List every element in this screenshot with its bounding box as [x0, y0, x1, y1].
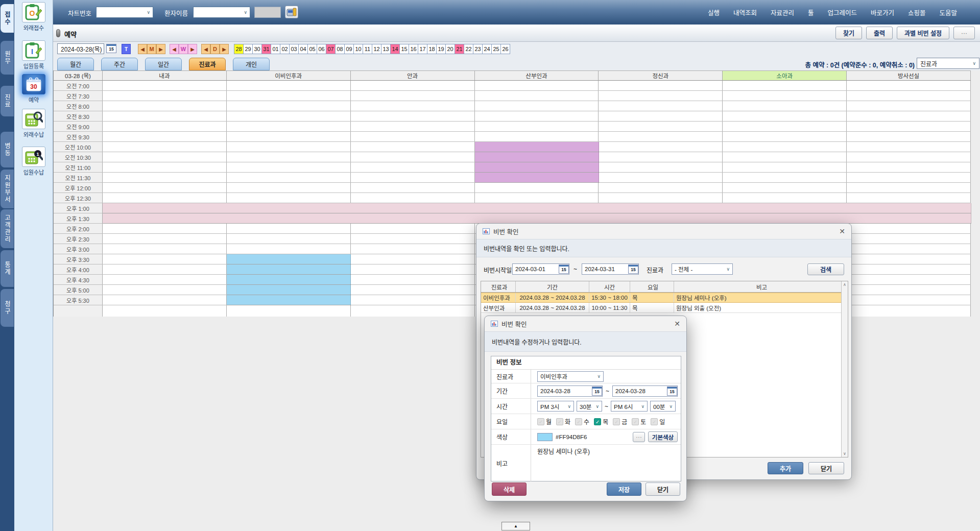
schedule-cell[interactable] — [723, 162, 847, 172]
schedule-cell[interactable] — [227, 305, 351, 317]
close-button[interactable]: 닫기 — [808, 462, 844, 474]
schedule-cell[interactable] — [723, 142, 847, 152]
schedule-cell[interactable] — [103, 132, 227, 141]
schedule-cell[interactable] — [103, 285, 227, 295]
date-cell[interactable]: 22 — [464, 44, 473, 54]
schedule-cell[interactable] — [351, 183, 475, 192]
date-cell[interactable]: 03 — [289, 44, 299, 54]
next-week-button[interactable]: ▶ — [188, 44, 197, 54]
weekday-checkbox[interactable]: ✓ — [537, 418, 544, 425]
schedule-cell[interactable] — [351, 142, 475, 152]
menu-item[interactable]: 업그레이드 — [827, 8, 857, 17]
calendar-picker-button[interactable]: 15 — [592, 387, 602, 396]
menu-item[interactable]: 쇼핑몰 — [908, 8, 926, 17]
date-cell[interactable]: 30 — [252, 44, 262, 54]
schedule-cell[interactable] — [847, 111, 971, 121]
weekday-checkbox[interactable]: ✓ — [575, 418, 582, 425]
time-to-minute-select[interactable]: 00분∨ — [650, 401, 676, 412]
date-cell[interactable]: 25 — [491, 44, 501, 54]
schedule-cell[interactable] — [227, 193, 351, 203]
table-column-header[interactable]: 진료과 — [481, 281, 516, 292]
schedule-cell[interactable] — [475, 111, 599, 121]
calendar-picker-button[interactable]: 15 — [106, 44, 116, 53]
table-column-header[interactable]: 시간 — [589, 281, 630, 292]
more-button[interactable]: ··· — [953, 27, 975, 39]
sidebar-tab-statistics[interactable]: 통계 — [1, 250, 14, 287]
search-button[interactable]: 검색 — [807, 263, 844, 275]
dept-off-duty-settings-button[interactable]: 과별 비번 설정 — [897, 27, 949, 39]
search-to-date-input[interactable]: 2024-03-31 15 — [582, 263, 639, 275]
schedule-cell[interactable] — [103, 111, 227, 121]
schedule-cell[interactable] — [599, 173, 723, 182]
next-day-button[interactable]: ▶ — [220, 44, 229, 54]
schedule-cell[interactable] — [227, 81, 351, 90]
menu-item[interactable]: 툴 — [808, 8, 814, 17]
schedule-cell[interactable] — [351, 285, 475, 295]
schedule-cell[interactable] — [475, 193, 599, 203]
date-cell[interactable]: 18 — [427, 44, 437, 54]
schedule-cell[interactable] — [227, 122, 351, 131]
schedule-cell[interactable] — [723, 173, 847, 182]
schedule-cell[interactable] — [103, 183, 227, 192]
date-cell[interactable]: 04 — [298, 44, 308, 54]
view-tab[interactable]: 주간 — [101, 58, 138, 70]
next-month-button[interactable]: ▶ — [156, 44, 165, 54]
date-cell[interactable]: 20 — [445, 44, 455, 54]
date-cell[interactable]: 08 — [335, 44, 345, 54]
date-cell[interactable]: 28 — [234, 44, 244, 54]
date-cell[interactable]: 11 — [363, 44, 372, 54]
sidebar-tab-reception[interactable]: 접수 — [1, 4, 14, 33]
department-select[interactable]: 이비인후과 ∨ — [537, 371, 604, 382]
schedule-cell[interactable] — [847, 183, 971, 192]
sidebar-item-inpatient-payment[interactable]: 1 입원수납 — [15, 147, 52, 176]
sidebar-item-outpatient-payment[interactable]: 외래수납 — [15, 109, 52, 138]
schedule-cell[interactable] — [227, 162, 351, 172]
menu-item[interactable]: 바로가기 — [871, 8, 894, 17]
schedule-cell[interactable] — [599, 101, 723, 111]
search-from-date-input[interactable]: 2024-03-01 15 — [512, 263, 569, 275]
schedule-cell[interactable] — [351, 122, 475, 131]
schedule-cell[interactable] — [723, 122, 847, 131]
schedule-cell[interactable] — [723, 152, 847, 162]
schedule-cell[interactable] — [847, 275, 971, 284]
schedule-cell[interactable] — [723, 132, 847, 141]
view-tab[interactable]: 개인 — [233, 58, 270, 70]
schedule-cell[interactable] — [351, 152, 475, 162]
date-cell[interactable]: 14 — [390, 44, 400, 54]
view-tab[interactable]: 일간 — [145, 58, 182, 70]
schedule-cell[interactable] — [599, 152, 723, 162]
schedule-cell[interactable] — [723, 81, 847, 90]
schedule-cell[interactable] — [351, 173, 475, 182]
expand-panel-button[interactable]: ▲ — [501, 522, 530, 530]
time-to-hour-select[interactable]: PM 6시∨ — [611, 401, 648, 412]
schedule-cell[interactable] — [227, 244, 351, 254]
schedule-cell[interactable] — [227, 183, 351, 192]
schedule-cell[interactable] — [847, 254, 971, 264]
find-button[interactable]: 찾기 — [835, 27, 862, 39]
date-cell[interactable]: 07 — [326, 44, 336, 54]
schedule-cell[interactable] — [103, 275, 227, 284]
schedule-cell[interactable] — [227, 111, 351, 121]
schedule-cell[interactable] — [103, 91, 227, 101]
department-select[interactable]: - 전체 - ∨ — [672, 263, 733, 275]
table-row[interactable]: 이비인후과2024.03.28 ~ 2024.03.2815:30 ~ 18:0… — [481, 293, 848, 303]
schedule-cell[interactable] — [103, 162, 227, 172]
schedule-cell[interactable] — [599, 132, 723, 141]
calendar-picker-button[interactable]: 15 — [667, 387, 677, 396]
delete-button[interactable]: 삭제 — [492, 482, 527, 496]
obgyn-off-duty-block[interactable] — [475, 142, 599, 183]
prev-month-button[interactable]: ◀ — [138, 44, 147, 54]
schedule-cell[interactable] — [599, 91, 723, 101]
patient-name-combobox[interactable]: ∨ — [193, 7, 250, 18]
today-button[interactable]: T — [122, 44, 131, 54]
schedule-cell[interactable] — [723, 183, 847, 192]
date-cell[interactable]: 15 — [399, 44, 409, 54]
schedule-cell[interactable] — [475, 91, 599, 101]
sidebar-tab-support[interactable]: 지원부서 — [1, 170, 14, 208]
schedule-cell[interactable] — [847, 142, 971, 152]
schedule-cell[interactable] — [103, 234, 227, 244]
schedule-cell[interactable] — [227, 173, 351, 182]
sidebar-item-inpatient-register[interactable]: I 입원등록 — [15, 40, 52, 70]
schedule-cell[interactable] — [351, 91, 475, 101]
schedule-cell[interactable] — [351, 162, 475, 172]
